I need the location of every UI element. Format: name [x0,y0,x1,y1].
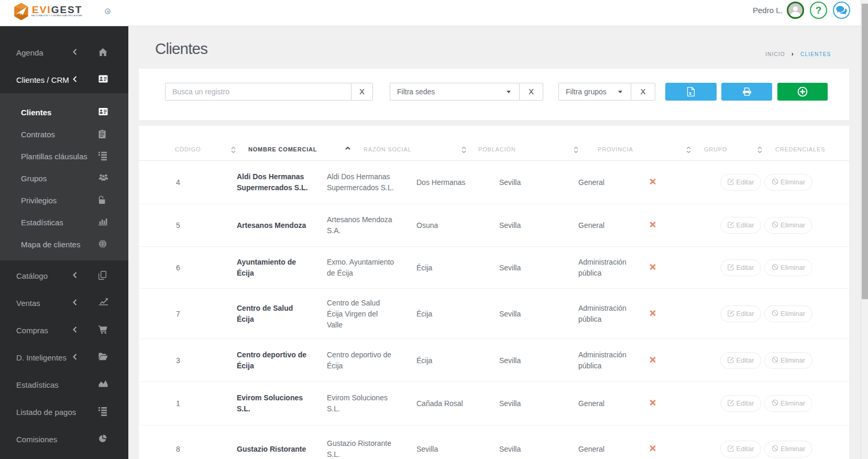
svg-text:x: x [689,90,692,96]
